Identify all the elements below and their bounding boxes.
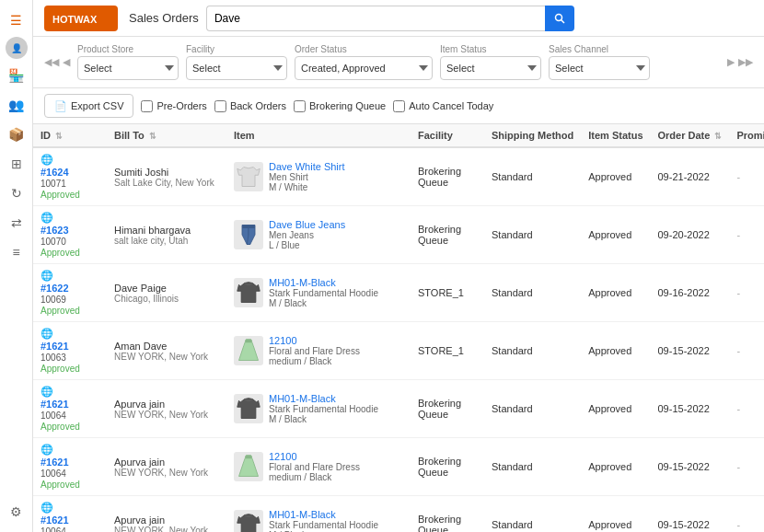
table-row: 🌐 #1623 10070 Approved Himani bhargava s…	[33, 206, 764, 264]
sales-channel-select[interactable]: Select	[549, 56, 650, 80]
cell-promised-3: -	[729, 322, 764, 380]
cell-shipping-3: Standard	[484, 322, 581, 380]
order-id-link-6[interactable]: #1621	[41, 515, 99, 526]
table-row: 🌐 #1621 10063 Approved Aman Dave NEW YOR…	[33, 322, 764, 380]
item-desc-1: Men Jeans	[269, 230, 345, 240]
facility-label: Facility	[186, 44, 287, 54]
cell-id-2: 🌐 #1622 10069 Approved	[33, 264, 107, 322]
globe-icon-6: 🌐	[41, 502, 99, 514]
item-name-link-2[interactable]: MH01-M-Black	[269, 277, 336, 288]
col-header-orderdate[interactable]: Order Date ⇅	[651, 124, 730, 147]
order-id-link-5[interactable]: #1621	[41, 457, 99, 468]
item-status-select[interactable]: Select	[440, 56, 541, 80]
col-header-promised[interactable]: Promised Date ⇅	[729, 124, 764, 147]
facility-select[interactable]: Select	[186, 56, 287, 80]
avatar[interactable]: 👤	[6, 37, 28, 59]
order-date-value-5: 09-15-2022	[658, 461, 710, 472]
cell-itemstatus-2: Approved	[581, 264, 650, 322]
item-info-0: Dave White Shirt Men Shirt M / White	[269, 161, 345, 192]
sidebar-layers-icon[interactable]: ⊞	[4, 151, 29, 177]
facility-value-3: STORE_1	[418, 345, 464, 356]
pre-orders-checkbox[interactable]	[141, 100, 153, 112]
order-num-3: 10063	[41, 353, 99, 363]
order-id-link-3[interactable]: #1621	[41, 341, 99, 352]
svg-text:HOTWAX: HOTWAX	[52, 14, 98, 25]
globe-icon-2: 🌐	[41, 270, 99, 282]
item-info-4: MH01-M-Black Stark Fundamental Hoodie M …	[269, 393, 378, 424]
sidebar-store-icon[interactable]: 🏪	[4, 63, 29, 88]
order-id-link-4[interactable]: #1621	[41, 399, 99, 410]
svg-line-2	[561, 19, 564, 23]
cell-item-4: MH01-M-Black Stark Fundamental Hoodie M …	[226, 380, 411, 438]
cell-billto-6: Apurva jain NEW YORK, New York	[107, 496, 226, 533]
order-date-value-3: 09-15-2022	[658, 345, 710, 356]
sort-orderdate-icon: ⇅	[714, 132, 722, 141]
bill-to-name-2: Dave Paige	[114, 283, 219, 294]
item-name-link-4[interactable]: MH01-M-Black	[269, 393, 336, 404]
shipping-method-0: Standard	[492, 171, 533, 182]
sidebar-inventory-icon[interactable]: 📦	[4, 121, 29, 147]
export-csv-button[interactable]: 📄 Export CSV	[44, 94, 133, 118]
search-button[interactable]	[545, 6, 574, 31]
item-name-link-6[interactable]: MH01-M-Black	[269, 509, 336, 520]
sidebar-transfer-icon[interactable]: ⇄	[4, 210, 29, 236]
product-store-select[interactable]: Select	[77, 56, 179, 80]
promised-date-value-1: -	[736, 229, 740, 240]
order-id-link-2[interactable]: #1622	[41, 283, 99, 294]
col-header-id[interactable]: ID ⇅	[33, 124, 107, 147]
cell-id-5: 🌐 #1621 10064 Approved	[33, 438, 107, 496]
item-name-link-5[interactable]: 12100	[269, 451, 297, 462]
sidebar-list-icon[interactable]: ≡	[4, 239, 29, 265]
auto-cancel-checkbox[interactable]	[393, 100, 405, 112]
back-orders-checkbox[interactable]	[214, 100, 226, 112]
auto-cancel-checkbox-label[interactable]: Auto Cancel Today	[393, 100, 493, 112]
nav-forward-icon[interactable]: ▶	[727, 56, 735, 68]
bill-to-addr-0: Salt Lake City, New York	[114, 178, 219, 188]
status-badge-4: Approved	[41, 422, 99, 432]
facility-value-2: STORE_1	[418, 287, 464, 298]
col-header-billto[interactable]: Bill To ⇅	[107, 124, 226, 147]
brokering-queue-checkbox-label[interactable]: Brokering Queue	[294, 100, 386, 112]
item-name-link-1[interactable]: Dave Blue Jeans	[269, 219, 345, 230]
item-thumbnail-4	[234, 394, 263, 423]
bill-to-name-0: Sumiti Joshi	[114, 167, 219, 178]
item-thumbnail-6	[234, 510, 263, 532]
item-name-link-0[interactable]: Dave White Shirt	[269, 161, 345, 172]
nav-prev-icon[interactable]: ◀◀	[44, 56, 59, 68]
item-name-link-3[interactable]: 12100	[269, 335, 297, 346]
search-input[interactable]	[206, 6, 545, 31]
bill-to-addr-6: NEW YORK, New York	[114, 526, 219, 533]
item-variant-5: medium / Black	[269, 472, 360, 482]
order-date-value-6: 09-15-2022	[658, 519, 710, 530]
nav-end-icon[interactable]: ▶▶	[738, 56, 753, 68]
order-num-4: 10064	[41, 411, 99, 421]
order-id-link-0[interactable]: #1624	[41, 167, 99, 178]
order-status-select[interactable]: Created, Approved	[295, 56, 433, 80]
nav-back-icon[interactable]: ◀	[63, 56, 70, 68]
orders-table-wrapper: ID ⇅ Bill To ⇅ Item Facility Shipping Me…	[33, 124, 764, 532]
shipping-method-3: Standard	[492, 345, 533, 356]
item-desc-6: Stark Fundamental Hoodie	[269, 520, 378, 530]
sidebar-people-icon[interactable]: 👥	[4, 92, 29, 118]
cell-id-4: 🌐 #1621 10064 Approved	[33, 380, 107, 438]
brokering-queue-checkbox[interactable]	[294, 100, 306, 112]
col-header-shipping: Shipping Method	[484, 124, 581, 147]
item-desc-5: Floral and Flare Dress	[269, 462, 360, 472]
sidebar-menu-icon[interactable]: ☰	[4, 7, 29, 33]
cell-itemstatus-6: Approved	[581, 496, 650, 533]
sidebar-sync-icon[interactable]: ↻	[4, 180, 29, 206]
sales-channel-filter: Sales Channel Select	[549, 44, 650, 80]
bill-to-addr-3: NEW YORK, New York	[114, 352, 219, 362]
cell-promised-6: -	[729, 496, 764, 533]
item-thumbnail-1	[234, 220, 263, 249]
cell-billto-3: Aman Dave NEW YORK, New York	[107, 322, 226, 380]
status-badge-1: Approved	[41, 248, 99, 258]
shipping-method-2: Standard	[492, 287, 533, 298]
pre-orders-checkbox-label[interactable]: Pre-Orders	[141, 100, 206, 112]
topbar: HOTWAX Sales Orders	[33, 0, 764, 37]
status-badge-3: Approved	[41, 364, 99, 374]
cell-itemstatus-5: Approved	[581, 438, 650, 496]
back-orders-checkbox-label[interactable]: Back Orders	[214, 100, 286, 112]
order-id-link-1[interactable]: #1623	[41, 225, 99, 236]
sidebar-settings-icon[interactable]: ⚙	[4, 499, 29, 525]
